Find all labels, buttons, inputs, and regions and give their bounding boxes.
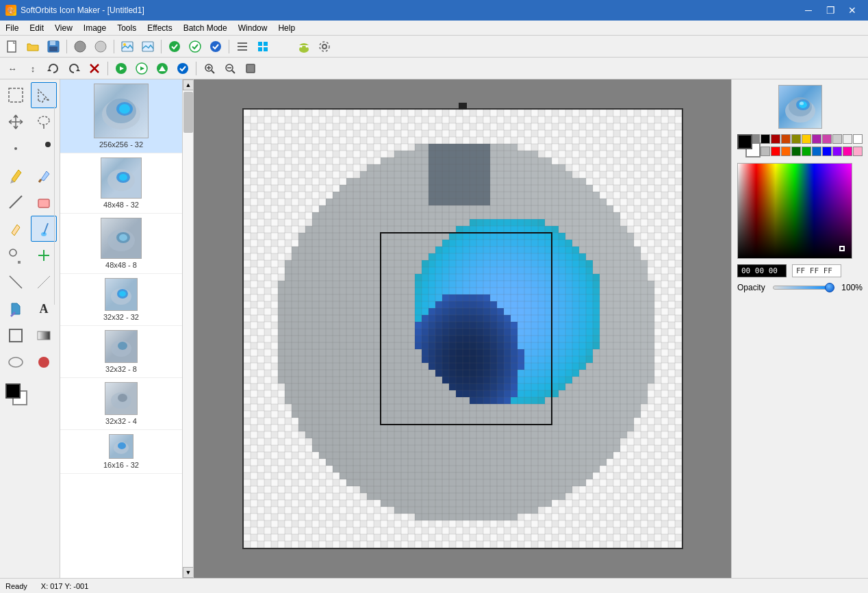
delete-button[interactable] <box>85 60 104 77</box>
circle-light-button[interactable] <box>91 38 110 55</box>
zoom-in-button[interactable] <box>200 60 219 77</box>
rotate-cw-button[interactable] <box>64 60 84 77</box>
swatch-pink[interactable] <box>822 134 832 144</box>
swatch-green[interactable] <box>802 147 811 156</box>
icon-item-256[interactable]: 256x256 - 32 <box>60 79 182 153</box>
toolbar1 <box>0 36 868 58</box>
circle-gray-button[interactable] <box>71 38 90 55</box>
swatch-darkgreen[interactable] <box>791 147 801 156</box>
icon-item-16-32[interactable]: 16x16 - 32 <box>60 430 182 474</box>
check-blue-button[interactable] <box>206 38 225 55</box>
list-button[interactable] <box>233 38 252 55</box>
scroll-up-button[interactable]: ▲ <box>183 79 194 90</box>
swatch-blue[interactable] <box>812 147 821 156</box>
swatch-violet[interactable] <box>832 147 842 156</box>
pen-tool[interactable] <box>3 216 29 242</box>
swatch-lightpink[interactable] <box>853 147 863 156</box>
menu-tools[interactable]: Tools <box>112 21 142 35</box>
fg-color-box[interactable] <box>5 383 21 399</box>
icon-item-32-8[interactable]: 32x32 - 8 <box>60 326 182 378</box>
gradient-tool[interactable] <box>31 323 57 349</box>
foreground-hex-input[interactable]: 00 00 00 <box>737 264 787 277</box>
swatch-medgray[interactable] <box>761 147 770 156</box>
check-outline-button[interactable] <box>186 38 205 55</box>
image2-button[interactable] <box>138 38 157 55</box>
swatch-olive[interactable] <box>791 134 801 144</box>
select-rect-tool[interactable] <box>3 82 29 108</box>
swatch-red[interactable] <box>771 147 780 156</box>
pixel-canvas[interactable] <box>242 108 683 549</box>
restore-button[interactable]: ❐ <box>820 3 841 17</box>
swatch-purple[interactable] <box>812 134 821 144</box>
diagonal-line-tool[interactable] <box>3 269 29 295</box>
up-green-button[interactable] <box>153 60 172 77</box>
apple-button[interactable] <box>274 38 293 55</box>
menu-view[interactable]: View <box>49 21 78 35</box>
line-tool[interactable] <box>3 189 29 215</box>
menu-image[interactable]: Image <box>78 21 112 35</box>
ellipse-tool[interactable] <box>3 349 29 375</box>
rotate-ccw-button[interactable] <box>44 60 63 77</box>
menu-effects[interactable]: Effects <box>142 21 177 35</box>
opacity-slider[interactable] <box>773 286 834 290</box>
menu-help[interactable]: Help <box>272 21 301 35</box>
scroll-thumb[interactable] <box>183 92 193 133</box>
save-button[interactable] <box>44 38 63 55</box>
move-tool[interactable] <box>3 109 29 135</box>
zoom-out-button[interactable] <box>220 60 240 77</box>
image-button[interactable] <box>118 38 137 55</box>
close-button[interactable]: ✕ <box>842 3 863 17</box>
swatch-hotpink[interactable] <box>843 147 852 156</box>
fg-color-swatch[interactable] <box>737 134 752 149</box>
svg-rect-16 <box>264 42 268 46</box>
pencil-tool[interactable] <box>3 162 29 188</box>
menu-file[interactable]: File <box>0 21 24 35</box>
canvas-area[interactable] <box>194 79 731 578</box>
svg-point-81 <box>118 394 127 402</box>
icon-item-32-32[interactable]: 32x32 - 32 <box>60 274 182 326</box>
circle-filled-tool[interactable] <box>31 349 57 375</box>
swatch-brightblue[interactable] <box>822 147 832 156</box>
settings-button[interactable] <box>315 38 334 55</box>
background-hex-input[interactable]: FF FF FF <box>792 264 841 277</box>
sep5 <box>107 62 108 75</box>
arrow-left-button[interactable]: ↔ <box>3 60 22 77</box>
icon-item-48-32[interactable]: 48x48 - 32 <box>60 153 182 214</box>
play-green-button[interactable] <box>112 60 131 77</box>
svg-rect-13 <box>238 46 247 47</box>
svg-rect-62 <box>38 331 50 340</box>
new-button[interactable] <box>3 38 22 55</box>
svg-rect-15 <box>258 42 262 46</box>
swatch-lightgray[interactable] <box>832 134 842 144</box>
swatch-darkred[interactable] <box>771 134 780 144</box>
windows-button[interactable] <box>253 38 272 55</box>
svg-point-10 <box>190 41 201 52</box>
play-white-button[interactable] <box>132 60 151 77</box>
swatch-white[interactable] <box>853 134 863 144</box>
swatch-black[interactable] <box>761 134 770 144</box>
swatch-darkorange[interactable] <box>781 134 791 144</box>
swatch-verylightgray[interactable] <box>843 134 852 144</box>
sep4 <box>229 40 229 53</box>
stamp-tool[interactable] <box>3 242 29 268</box>
dot1-tool[interactable] <box>3 136 29 162</box>
menu-batch-mode[interactable]: Batch Mode <box>178 21 233 35</box>
flip-h-button[interactable]: ↕ <box>23 60 42 77</box>
minimize-button[interactable]: ─ <box>798 3 819 17</box>
icon-item-32-4[interactable]: 32x32 - 4 <box>60 378 182 430</box>
check-green-button[interactable] <box>165 38 184 55</box>
swatch-yellow[interactable] <box>802 134 811 144</box>
scroll-down-button[interactable]: ▼ <box>183 567 194 578</box>
fill-tool[interactable] <box>3 296 29 322</box>
swatch-orange[interactable] <box>781 147 791 156</box>
android-button[interactable] <box>294 38 314 55</box>
open-button[interactable] <box>23 38 42 55</box>
icon-item-48-8[interactable]: 48x48 - 8 <box>60 214 182 274</box>
menu-window[interactable]: Window <box>233 21 273 35</box>
select-free-tool[interactable] <box>31 82 57 108</box>
menu-edit[interactable]: Edit <box>24 21 49 35</box>
zoom-fit-button[interactable] <box>241 60 260 77</box>
shield-green-button[interactable] <box>173 60 192 77</box>
rect-shape-tool[interactable] <box>3 323 29 349</box>
color-picker-area[interactable] <box>737 163 852 259</box>
